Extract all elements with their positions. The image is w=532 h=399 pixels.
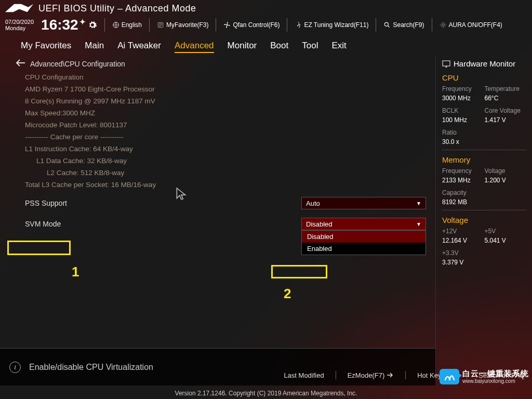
tab-monitor[interactable]: Monitor: [228, 41, 257, 53]
cpu-microcode: Microcode Patch Level: 8001137: [25, 121, 426, 129]
tab-exit[interactable]: Exit: [331, 41, 346, 53]
app-title: UEFI BIOS Utility – Advanced Mode: [38, 3, 196, 14]
hw-mem-title: Memory: [442, 155, 527, 164]
watermark-url: www.baiyunxitong.com: [462, 378, 529, 384]
annotation-label-2: 2: [284, 286, 291, 302]
volt-12v: 12.164 V: [442, 237, 485, 244]
ezmode-button[interactable]: EzMode(F7): [348, 371, 394, 379]
cpu-ratio: 30.0 x: [442, 138, 485, 145]
cpu-max: Max Speed:3000 MHZ: [25, 109, 426, 117]
day: Monday: [5, 25, 34, 31]
search-button[interactable]: Search(F9): [383, 21, 424, 29]
mem-capacity: 8192 MB: [442, 198, 485, 206]
tab-main[interactable]: Main: [85, 41, 104, 53]
setting-pss: PSS Support Auto ▼: [16, 197, 426, 209]
cpu-frequency: 3000 MHz: [442, 95, 485, 102]
cpu-bclk: 100 MHz: [442, 116, 485, 124]
l3: Total L3 Cache per Socket: 16 MB/16-way: [25, 181, 426, 189]
l1i: L1 Instruction Cache: 64 KB/4-way: [25, 145, 426, 153]
chevron-down-icon: ▼: [416, 221, 421, 227]
svg-point-2: [227, 24, 229, 26]
gear-icon[interactable]: [88, 17, 97, 33]
svm-dropdown: Disabled Enabled: [301, 230, 426, 255]
l2: L2 Cache: 512 KB/8-way: [47, 169, 426, 177]
copyright: Version 2.17.1246. Copyright (C) 2019 Am…: [0, 390, 532, 397]
svm-option-enabled[interactable]: Enabled: [302, 243, 425, 255]
svg-point-4: [442, 24, 444, 26]
clock: 16:32✦: [41, 17, 97, 33]
info-icon: i: [9, 362, 21, 373]
annotation-box-1: [7, 241, 71, 255]
back-arrow-icon[interactable]: [16, 59, 25, 68]
header-toolbar: 07/20/2020 Monday 16:32✦ English MyFavor…: [0, 16, 532, 37]
svg-rect-5: [443, 61, 450, 66]
hardware-monitor-panel: Hardware Monitor CPU Frequency Temperatu…: [435, 56, 532, 376]
l1d: L1 Data Cache: 32 KB/8-way: [36, 157, 426, 165]
tab-boot[interactable]: Boot: [270, 41, 288, 53]
svm-option-disabled[interactable]: Disabled: [302, 231, 425, 243]
hw-volt-title: Voltage: [442, 216, 527, 224]
watermark-text: 白云一键重装系统: [462, 369, 529, 378]
pss-select[interactable]: Auto ▼: [301, 197, 426, 209]
hw-title: Hardware Monitor: [442, 59, 527, 68]
ez-tuning-button[interactable]: EZ Tuning Wizard(F11): [295, 21, 368, 29]
pss-label: PSS Support: [16, 199, 301, 207]
setting-svm: SVM Mode Disabled ▼ Disabled Enabled: [16, 218, 426, 230]
main-tabs: My Favorites Main Ai Tweaker Advanced Mo…: [0, 37, 532, 56]
breadcrumb: Advanced\CPU Configuration: [16, 59, 426, 68]
volt-5v: 5.041 V: [485, 237, 527, 244]
cpu-core-voltage: 1.417 V: [485, 116, 527, 124]
watermark: 白云一键重装系统 www.baiyunxitong.com: [440, 369, 529, 384]
aura-button[interactable]: AURA ON/OFF(F4): [440, 21, 502, 29]
date-block: 07/20/2020 Monday: [5, 19, 34, 31]
cpu-temp: 66°C: [485, 95, 527, 102]
mem-voltage: 1.200 V: [485, 177, 527, 184]
chevron-down-icon: ▼: [416, 201, 421, 206]
qfan-button[interactable]: Qfan Control(F6): [223, 21, 280, 29]
mem-frequency: 2133 MHz: [442, 177, 485, 184]
hw-cpu-title: CPU: [442, 73, 527, 82]
date: 07/20/2020: [5, 19, 34, 25]
rog-logo-icon: [4, 2, 34, 15]
svg-point-3: [385, 22, 389, 26]
myfavorite-button[interactable]: MyFavorite(F3): [157, 21, 208, 29]
help-bar: i Enable/disable CPU Virtualization: [0, 348, 435, 385]
annotation-label-1: 1: [72, 264, 79, 280]
tab-ai-tweaker[interactable]: Ai Tweaker: [117, 41, 161, 53]
svm-select[interactable]: Disabled ▼: [301, 218, 426, 230]
help-text: Enable/disable CPU Virtualization: [29, 363, 153, 372]
language-selector[interactable]: English: [112, 21, 142, 29]
annotation-box-2: [271, 265, 327, 278]
tab-my-favorites[interactable]: My Favorites: [21, 41, 71, 53]
last-modified-button[interactable]: Last Modified: [284, 371, 324, 379]
window-titlebar: UEFI BIOS Utility – Advanced Mode: [0, 0, 532, 16]
watermark-logo-icon: [440, 369, 459, 384]
cpu-name: AMD Ryzen 7 1700 Eight-Core Processor: [25, 85, 426, 93]
cpu-config-heading: CPU Configuration: [25, 73, 426, 81]
tab-advanced[interactable]: Advanced: [175, 41, 214, 53]
breadcrumb-path: Advanced\CPU Configuration: [30, 60, 125, 68]
svm-label: SVM Mode: [16, 220, 301, 228]
cpu-cores: 8 Core(s) Running @ 2997 MHz 1187 mV: [25, 97, 426, 105]
cache-hdr: ---------- Cache per core ----------: [25, 133, 426, 141]
tab-tool[interactable]: Tool: [302, 41, 318, 53]
volt-3v3: 3.379 V: [442, 259, 485, 266]
